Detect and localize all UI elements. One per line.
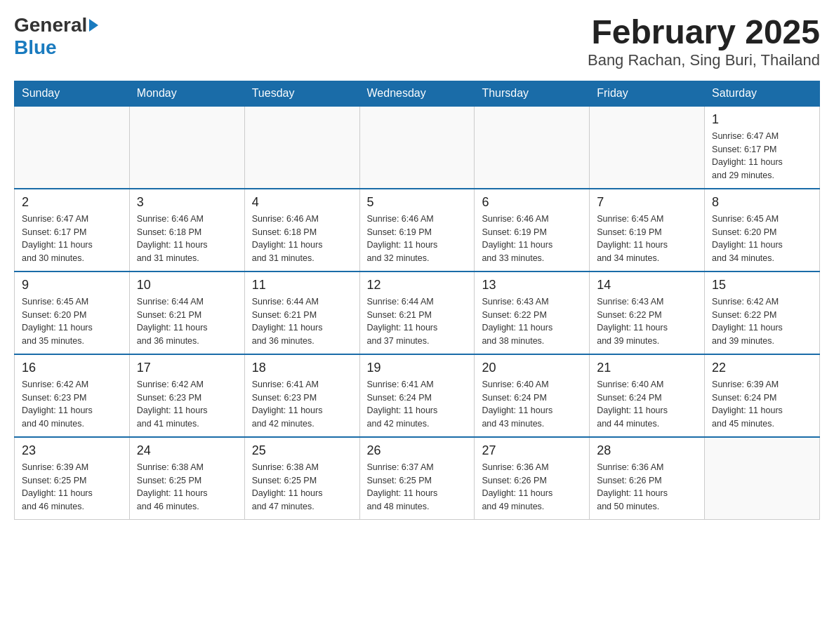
- day-info: Sunrise: 6:36 AMSunset: 6:26 PMDaylight:…: [482, 461, 582, 514]
- day-number: 11: [252, 278, 352, 293]
- calendar-week-row: 23Sunrise: 6:39 AMSunset: 6:25 PMDayligh…: [15, 437, 820, 520]
- day-info: Sunrise: 6:36 AMSunset: 6:26 PMDaylight:…: [597, 461, 697, 514]
- day-info: Sunrise: 6:46 AMSunset: 6:18 PMDaylight:…: [137, 213, 237, 265]
- calendar-cell: 10Sunrise: 6:44 AMSunset: 6:21 PMDayligh…: [129, 271, 244, 354]
- day-info: Sunrise: 6:42 AMSunset: 6:22 PMDaylight:…: [712, 295, 812, 348]
- calendar-cell: [705, 437, 820, 520]
- day-info: Sunrise: 6:45 AMSunset: 6:19 PMDaylight:…: [597, 213, 697, 265]
- day-number: 28: [597, 443, 697, 458]
- calendar-cell: 22Sunrise: 6:39 AMSunset: 6:24 PMDayligh…: [705, 354, 820, 437]
- calendar-cell: 14Sunrise: 6:43 AMSunset: 6:22 PMDayligh…: [590, 271, 705, 354]
- day-info: Sunrise: 6:47 AMSunset: 6:17 PMDaylight:…: [712, 130, 812, 182]
- logo-blue-text: Blue: [14, 36, 57, 58]
- day-number: 2: [22, 195, 122, 210]
- day-number: 26: [367, 443, 468, 458]
- day-number: 4: [252, 195, 352, 210]
- calendar-cell: 6Sunrise: 6:46 AMSunset: 6:19 PMDaylight…: [475, 189, 590, 271]
- calendar-cell: 1Sunrise: 6:47 AMSunset: 6:17 PMDaylight…: [705, 106, 820, 189]
- day-info: Sunrise: 6:43 AMSunset: 6:22 PMDaylight:…: [482, 295, 582, 348]
- calendar-cell: 5Sunrise: 6:46 AMSunset: 6:19 PMDaylight…: [359, 189, 475, 271]
- day-number: 13: [482, 278, 582, 293]
- day-info: Sunrise: 6:43 AMSunset: 6:22 PMDaylight:…: [597, 295, 697, 348]
- calendar-cell: 12Sunrise: 6:44 AMSunset: 6:21 PMDayligh…: [359, 271, 475, 354]
- calendar-week-row: 9Sunrise: 6:45 AMSunset: 6:20 PMDaylight…: [15, 271, 820, 354]
- day-number: 16: [22, 361, 122, 375]
- day-number: 19: [367, 361, 468, 375]
- calendar-cell: 4Sunrise: 6:46 AMSunset: 6:18 PMDaylight…: [244, 189, 359, 271]
- day-info: Sunrise: 6:44 AMSunset: 6:21 PMDaylight:…: [252, 295, 352, 348]
- calendar-cell: 16Sunrise: 6:42 AMSunset: 6:23 PMDayligh…: [15, 354, 130, 437]
- day-number: 27: [482, 443, 582, 458]
- calendar-cell: 26Sunrise: 6:37 AMSunset: 6:25 PMDayligh…: [359, 437, 475, 520]
- calendar-cell: 17Sunrise: 6:42 AMSunset: 6:23 PMDayligh…: [129, 354, 244, 437]
- calendar-cell: 27Sunrise: 6:36 AMSunset: 6:26 PMDayligh…: [475, 437, 590, 520]
- calendar-cell: [129, 106, 244, 189]
- calendar-cell: 20Sunrise: 6:40 AMSunset: 6:24 PMDayligh…: [475, 354, 590, 437]
- day-info: Sunrise: 6:40 AMSunset: 6:24 PMDaylight:…: [482, 378, 582, 431]
- day-number: 17: [137, 361, 237, 375]
- day-number: 14: [597, 278, 697, 293]
- calendar-cell: 23Sunrise: 6:39 AMSunset: 6:25 PMDayligh…: [15, 437, 130, 520]
- calendar-week-row: 1Sunrise: 6:47 AMSunset: 6:17 PMDaylight…: [15, 106, 820, 189]
- day-info: Sunrise: 6:45 AMSunset: 6:20 PMDaylight:…: [712, 213, 812, 265]
- day-info: Sunrise: 6:46 AMSunset: 6:19 PMDaylight:…: [367, 213, 468, 265]
- calendar-title: February 2025: [588, 14, 820, 51]
- day-info: Sunrise: 6:41 AMSunset: 6:23 PMDaylight:…: [252, 378, 352, 431]
- day-info: Sunrise: 6:44 AMSunset: 6:21 PMDaylight:…: [137, 295, 237, 348]
- day-info: Sunrise: 6:46 AMSunset: 6:18 PMDaylight:…: [252, 213, 352, 265]
- day-number: 3: [137, 195, 237, 210]
- calendar-week-row: 16Sunrise: 6:42 AMSunset: 6:23 PMDayligh…: [15, 354, 820, 437]
- calendar-week-row: 2Sunrise: 6:47 AMSunset: 6:17 PMDaylight…: [15, 189, 820, 271]
- day-info: Sunrise: 6:39 AMSunset: 6:24 PMDaylight:…: [712, 378, 812, 431]
- day-number: 9: [22, 278, 122, 293]
- day-info: Sunrise: 6:46 AMSunset: 6:19 PMDaylight:…: [482, 213, 582, 265]
- calendar-cell: 21Sunrise: 6:40 AMSunset: 6:24 PMDayligh…: [590, 354, 705, 437]
- day-number: 25: [252, 443, 352, 458]
- page-header: General Blue February 2025 Bang Rachan, …: [14, 14, 820, 69]
- calendar-cell: [244, 106, 359, 189]
- logo-general-text: General: [14, 14, 87, 36]
- calendar-cell: 18Sunrise: 6:41 AMSunset: 6:23 PMDayligh…: [244, 354, 359, 437]
- calendar-cell: 7Sunrise: 6:45 AMSunset: 6:19 PMDaylight…: [590, 189, 705, 271]
- day-number: 23: [22, 443, 122, 458]
- day-info: Sunrise: 6:38 AMSunset: 6:25 PMDaylight:…: [137, 461, 237, 514]
- day-info: Sunrise: 6:44 AMSunset: 6:21 PMDaylight:…: [367, 295, 468, 348]
- col-saturday: Saturday: [705, 81, 820, 106]
- day-info: Sunrise: 6:40 AMSunset: 6:24 PMDaylight:…: [597, 378, 697, 431]
- day-number: 7: [597, 195, 697, 210]
- logo-triangle-icon: [89, 19, 98, 32]
- day-number: 6: [482, 195, 582, 210]
- day-info: Sunrise: 6:45 AMSunset: 6:20 PMDaylight:…: [22, 295, 122, 348]
- calendar-cell: 25Sunrise: 6:38 AMSunset: 6:25 PMDayligh…: [244, 437, 359, 520]
- calendar-cell: [590, 106, 705, 189]
- calendar-cell: [359, 106, 475, 189]
- day-info: Sunrise: 6:38 AMSunset: 6:25 PMDaylight:…: [252, 461, 352, 514]
- day-number: 18: [252, 361, 352, 375]
- day-number: 21: [597, 361, 697, 375]
- day-number: 10: [137, 278, 237, 293]
- day-number: 22: [712, 361, 812, 375]
- day-number: 24: [137, 443, 237, 458]
- col-monday: Monday: [129, 81, 244, 106]
- day-info: Sunrise: 6:47 AMSunset: 6:17 PMDaylight:…: [22, 213, 122, 265]
- calendar-cell: 3Sunrise: 6:46 AMSunset: 6:18 PMDaylight…: [129, 189, 244, 271]
- col-friday: Friday: [590, 81, 705, 106]
- day-number: 1: [712, 112, 812, 127]
- day-number: 20: [482, 361, 582, 375]
- calendar-cell: [15, 106, 130, 189]
- title-block: February 2025 Bang Rachan, Sing Buri, Th…: [588, 14, 820, 69]
- calendar-cell: [475, 106, 590, 189]
- calendar-subtitle: Bang Rachan, Sing Buri, Thailand: [588, 51, 820, 69]
- calendar-cell: 28Sunrise: 6:36 AMSunset: 6:26 PMDayligh…: [590, 437, 705, 520]
- calendar-cell: 19Sunrise: 6:41 AMSunset: 6:24 PMDayligh…: [359, 354, 475, 437]
- calendar-header-row: Sunday Monday Tuesday Wednesday Thursday…: [15, 81, 820, 106]
- calendar-cell: 8Sunrise: 6:45 AMSunset: 6:20 PMDaylight…: [705, 189, 820, 271]
- calendar-table: Sunday Monday Tuesday Wednesday Thursday…: [14, 81, 820, 520]
- day-info: Sunrise: 6:37 AMSunset: 6:25 PMDaylight:…: [367, 461, 468, 514]
- day-info: Sunrise: 6:39 AMSunset: 6:25 PMDaylight:…: [22, 461, 122, 514]
- calendar-cell: 11Sunrise: 6:44 AMSunset: 6:21 PMDayligh…: [244, 271, 359, 354]
- col-thursday: Thursday: [475, 81, 590, 106]
- day-number: 5: [367, 195, 468, 210]
- calendar-cell: 15Sunrise: 6:42 AMSunset: 6:22 PMDayligh…: [705, 271, 820, 354]
- calendar-cell: 9Sunrise: 6:45 AMSunset: 6:20 PMDaylight…: [15, 271, 130, 354]
